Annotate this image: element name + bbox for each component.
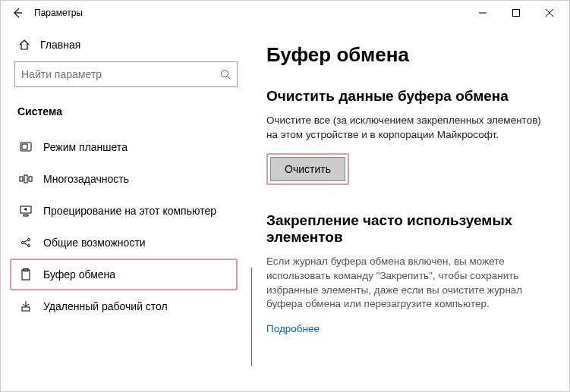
sidebar-item-clipboard[interactable]: Буфер обмена <box>10 259 238 290</box>
close-button[interactable] <box>533 1 566 25</box>
minimize-icon <box>479 9 487 17</box>
svg-rect-20 <box>22 307 30 311</box>
sidebar-item-multitasking[interactable]: Многозадачность <box>14 163 238 195</box>
sidebar-item-tablet-mode[interactable]: Режим планшета <box>14 131 238 163</box>
search-input[interactable] <box>21 68 220 80</box>
clear-button[interactable]: Очистить <box>270 157 345 181</box>
svg-rect-1 <box>513 10 520 17</box>
sidebar-item-label: Многозадачность <box>43 173 129 185</box>
project-icon <box>19 204 33 218</box>
sidebar-section: Система <box>14 101 238 131</box>
clear-description: Очистите все (за исключением закрепленны… <box>266 114 548 143</box>
multitask-icon <box>19 172 33 186</box>
svg-line-5 <box>228 77 231 80</box>
maximize-button[interactable] <box>499 1 533 25</box>
sidebar: Главная Система Режим планшета <box>1 25 251 391</box>
clipboard-icon <box>19 268 33 281</box>
sidebar-nav: Режим планшета Многозадачность Проециров… <box>14 131 238 322</box>
svg-line-17 <box>24 243 27 246</box>
sidebar-item-label: Общие возможности <box>43 237 146 249</box>
back-button[interactable] <box>4 1 31 25</box>
sidebar-item-remote-desktop[interactable]: Удаленный рабочий стол <box>14 290 238 322</box>
svg-line-16 <box>24 240 27 243</box>
titlebar: Параметры <box>1 1 569 25</box>
svg-point-13 <box>22 242 24 244</box>
svg-rect-8 <box>20 177 23 181</box>
sidebar-home[interactable]: Главная <box>14 33 238 61</box>
sidebar-item-projecting[interactable]: Проецирование на этот компьютер <box>14 195 238 227</box>
tablet-icon <box>19 140 33 154</box>
sidebar-item-shared-experiences[interactable]: Общие возможности <box>14 227 238 259</box>
minimize-button[interactable] <box>466 1 499 25</box>
sidebar-item-label: Режим планшета <box>43 141 128 153</box>
page-title: Буфер обмена <box>266 43 548 67</box>
close-icon <box>546 9 553 17</box>
svg-rect-7 <box>22 144 27 149</box>
sidebar-home-label: Главная <box>40 39 80 51</box>
svg-rect-12 <box>24 215 28 216</box>
divider <box>251 268 252 366</box>
remote-icon <box>19 299 33 313</box>
arrow-left-icon <box>11 7 24 19</box>
clear-heading: Очистить данные буфера обмена <box>266 88 548 105</box>
clear-button-highlight: Очистить <box>266 153 349 185</box>
sidebar-item-label: Проецирование на этот компьютер <box>43 205 216 217</box>
content: Буфер обмена Очистить данные буфера обме… <box>251 25 569 391</box>
svg-rect-9 <box>24 175 27 183</box>
svg-point-14 <box>28 239 30 241</box>
search-box[interactable] <box>14 61 238 87</box>
learn-more-link[interactable]: Подробнее <box>266 323 320 334</box>
sidebar-item-label: Удаленный рабочий стол <box>43 300 168 312</box>
shared-icon <box>19 236 33 249</box>
sidebar-item-label: Буфер обмена <box>43 268 115 281</box>
search-icon <box>220 69 231 80</box>
svg-point-4 <box>222 71 228 77</box>
maximize-icon <box>512 9 520 17</box>
pin-description: Если журнал буфера обмена включен, вы мо… <box>266 255 548 312</box>
window-title: Параметры <box>34 8 83 18</box>
home-icon <box>17 39 31 51</box>
pin-heading: Закрепление часто используемых элементов <box>266 212 548 246</box>
svg-rect-10 <box>29 177 32 181</box>
svg-point-15 <box>28 245 30 247</box>
